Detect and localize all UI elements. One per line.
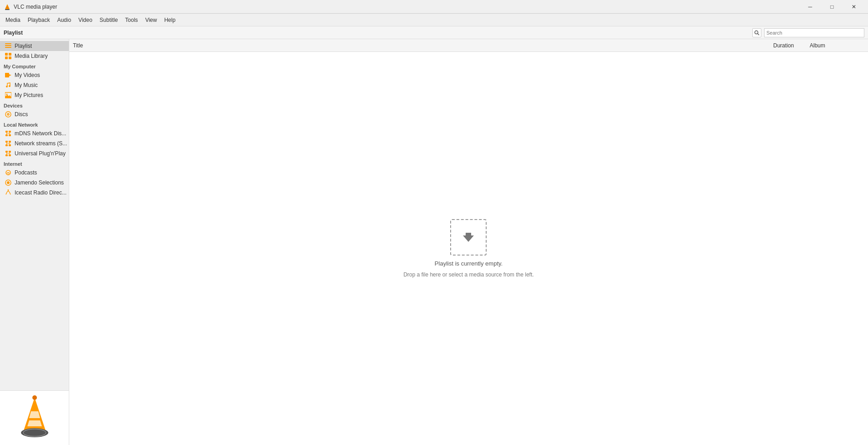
- drop-primary-text: Playlist is currently empty.: [435, 260, 503, 267]
- sidebar-item-mdns-label: mDNS Network Dis...: [15, 130, 66, 137]
- sidebar-item-podcasts[interactable]: Podcasts: [0, 168, 69, 178]
- playlist-icon: [5, 42, 12, 50]
- title-bar-controls: ─ □ ✕: [800, 0, 864, 14]
- my-videos-icon: [5, 72, 12, 79]
- sidebar-item-discs-label: Discs: [15, 111, 28, 118]
- maximize-button[interactable]: □: [822, 0, 842, 14]
- menu-subtitle[interactable]: Subtitle: [96, 15, 122, 25]
- svg-point-55: [32, 395, 37, 400]
- svg-rect-2: [5, 9, 10, 10]
- app-icon: [4, 3, 11, 10]
- sidebar: Playlist Media Library My Computer: [0, 39, 69, 445]
- playlist-drop-area[interactable]: Playlist is currently empty. Drop a file…: [69, 52, 868, 445]
- my-music-icon: [5, 82, 12, 89]
- svg-rect-12: [5, 73, 9, 77]
- sidebar-thumbnail: [0, 390, 69, 445]
- svg-marker-18: [5, 95, 11, 98]
- svg-rect-29: [5, 141, 8, 143]
- vlc-logo: [12, 395, 57, 441]
- upnp-icon: [5, 150, 12, 157]
- search-icon: [754, 30, 760, 36]
- menu-view[interactable]: View: [142, 15, 161, 25]
- svg-marker-49: [463, 233, 474, 242]
- menu-video[interactable]: Video: [75, 15, 96, 25]
- playlist-content: Title Duration Album Playlist is current…: [69, 39, 868, 445]
- discs-icon: [5, 111, 12, 118]
- svg-marker-52: [27, 420, 42, 426]
- sidebar-item-podcasts-label: Podcasts: [15, 169, 37, 176]
- sidebar-item-jamendo[interactable]: Jamendo Selections: [0, 178, 69, 188]
- svg-marker-1: [5, 5, 9, 9]
- svg-rect-11: [9, 56, 11, 59]
- svg-point-46: [7, 181, 10, 184]
- sidebar-item-my-videos[interactable]: My Videos: [0, 70, 69, 80]
- svg-rect-23: [9, 131, 11, 133]
- minimize-button[interactable]: ─: [800, 0, 821, 14]
- svg-rect-31: [5, 144, 8, 146]
- svg-rect-8: [5, 53, 8, 56]
- sidebar-item-upnp[interactable]: Universal Plug'n'Play: [0, 148, 69, 159]
- column-duration: Duration: [773, 42, 810, 49]
- menu-playback[interactable]: Playback: [24, 15, 54, 25]
- sidebar-item-discs[interactable]: Discs: [0, 109, 69, 119]
- title-bar: VLC media player ─ □ ✕: [0, 0, 868, 14]
- sidebar-item-my-music-label: My Music: [15, 82, 38, 88]
- svg-point-15: [9, 85, 10, 87]
- playlist-columns-header: Title Duration Album: [69, 39, 868, 52]
- search-input[interactable]: [764, 28, 864, 37]
- column-title: Title: [73, 42, 773, 49]
- svg-rect-24: [5, 134, 8, 136]
- sidebar-item-icecast-label: Icecast Radio Direc...: [15, 189, 67, 196]
- my-pictures-icon: [5, 92, 12, 99]
- menu-help[interactable]: Help: [160, 15, 179, 25]
- svg-rect-9: [9, 53, 11, 56]
- sidebar-item-mdns[interactable]: mDNS Network Dis...: [0, 128, 69, 138]
- svg-rect-6: [5, 45, 11, 46]
- drop-arrow-icon: [460, 229, 477, 246]
- search-toggle-button[interactable]: [752, 28, 761, 37]
- section-internet: Internet: [0, 159, 69, 168]
- sidebar-item-my-videos-label: My Videos: [15, 72, 40, 78]
- playlist-header-label: Playlist: [4, 30, 752, 36]
- jamendo-icon: [5, 179, 12, 186]
- svg-point-53: [21, 428, 48, 437]
- sidebar-item-icecast[interactable]: Icecast Radio Direc...: [0, 188, 69, 198]
- svg-rect-5: [5, 43, 11, 44]
- sidebar-item-network-streams[interactable]: Network streams (S...: [0, 138, 69, 148]
- svg-point-14: [6, 86, 8, 87]
- menu-media[interactable]: Media: [2, 15, 24, 25]
- svg-rect-30: [9, 141, 11, 143]
- title-bar-text: VLC media player: [14, 4, 800, 10]
- svg-rect-32: [9, 144, 11, 146]
- svg-marker-13: [9, 74, 11, 76]
- sidebar-item-my-pictures[interactable]: My Pictures: [0, 90, 69, 100]
- sidebar-item-my-music[interactable]: My Music: [0, 80, 69, 90]
- sidebar-item-upnp-label: Universal Plug'n'Play: [15, 150, 66, 157]
- search-area: [752, 28, 864, 37]
- menu-bar: Media Playback Audio Video Subtitle Tool…: [0, 14, 868, 26]
- sidebar-item-media-library-label: Media Library: [15, 53, 48, 59]
- network-streams-icon: [5, 140, 12, 147]
- drop-area-container: Playlist is currently empty. Drop a file…: [403, 219, 534, 278]
- sidebar-item-my-pictures-label: My Pictures: [15, 92, 43, 98]
- sidebar-item-playlist-label: Playlist: [15, 43, 32, 49]
- section-local-network: Local Network: [0, 119, 69, 128]
- svg-marker-51: [29, 411, 40, 418]
- svg-rect-25: [9, 134, 11, 136]
- svg-point-44: [8, 174, 9, 174]
- menu-tools[interactable]: Tools: [122, 15, 142, 25]
- podcasts-icon: [5, 169, 12, 176]
- sidebar-item-media-library[interactable]: Media Library: [0, 51, 69, 61]
- icecast-icon: [5, 189, 12, 196]
- svg-rect-22: [5, 131, 8, 133]
- sidebar-item-network-streams-label: Network streams (S...: [15, 140, 67, 147]
- sidebar-item-playlist[interactable]: Playlist: [0, 41, 69, 51]
- drop-secondary-text: Drop a file here or select a media sourc…: [403, 271, 534, 278]
- menu-audio[interactable]: Audio: [53, 15, 75, 25]
- close-button[interactable]: ✕: [843, 0, 864, 14]
- svg-line-4: [758, 33, 760, 35]
- svg-rect-10: [5, 56, 8, 59]
- svg-rect-7: [5, 47, 11, 48]
- mdns-icon: [5, 130, 12, 137]
- svg-rect-36: [5, 151, 8, 153]
